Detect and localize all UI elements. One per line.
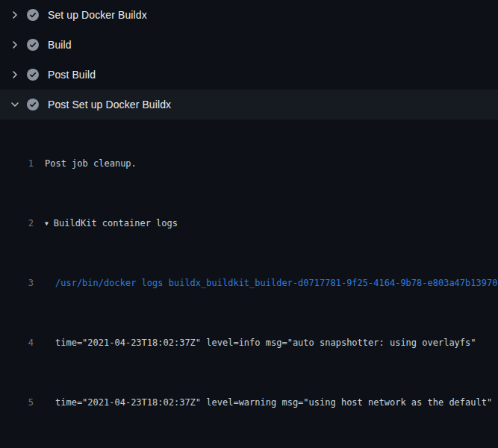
step-row[interactable]: Post Set up Docker Buildx	[0, 90, 498, 119]
line-number[interactable]: 2	[0, 216, 34, 231]
check-circle-icon	[27, 9, 39, 21]
log-text: /usr/bin/docker logs buildx_buildkit_bui…	[55, 278, 497, 288]
log-text: Post job cleanup.	[45, 158, 137, 169]
log-line: ▼BuildKit container logs	[42, 216, 178, 231]
log-text: time="2021-04-23T18:02:37Z" level=info m…	[55, 337, 476, 348]
log-line: Post job cleanup.	[42, 156, 137, 171]
log-row: 5 time="2021-04-23T18:02:37Z" level=warn…	[0, 395, 498, 410]
chevron-down-icon[interactable]	[9, 99, 21, 111]
log-row[interactable]: 2 ▼BuildKit container logs	[0, 216, 498, 231]
log-view: 1 Post job cleanup. 2 ▼BuildKit containe…	[0, 119, 498, 448]
log-row: 4 time="2021-04-23T18:02:37Z" level=info…	[0, 335, 498, 350]
chevron-right-icon[interactable]	[9, 69, 21, 81]
steps-list: Set up Docker Buildx Build P	[0, 0, 498, 119]
step-row[interactable]: Post Build	[0, 60, 498, 90]
log-line: time="2021-04-23T18:02:37Z" level=info m…	[42, 335, 476, 350]
step-label: Post Set up Docker Buildx	[48, 99, 171, 111]
line-number[interactable]: 5	[0, 395, 34, 410]
step-row[interactable]: Build	[0, 30, 498, 60]
line-number[interactable]: 1	[0, 156, 34, 171]
log-line: time="2021-04-23T18:02:37Z" level=warnin…	[42, 395, 492, 410]
log-text: time="2021-04-23T18:02:37Z" level=warnin…	[55, 397, 492, 408]
line-number[interactable]: 4	[0, 335, 34, 350]
step-label: Build	[48, 39, 72, 51]
check-circle-icon	[27, 69, 39, 81]
log-row: 3 /usr/bin/docker logs buildx_buildkit_b…	[0, 276, 498, 290]
check-circle-icon	[27, 39, 39, 51]
step-label: Post Build	[48, 69, 96, 81]
step-label: Set up Docker Buildx	[48, 9, 147, 21]
chevron-right-icon[interactable]	[9, 39, 21, 51]
log-row: 1 Post job cleanup.	[0, 156, 498, 171]
group-toggle-icon[interactable]: ▼	[45, 217, 49, 231]
step-row[interactable]: Set up Docker Buildx	[0, 0, 498, 30]
chevron-right-icon[interactable]	[9, 9, 21, 21]
log-line: /usr/bin/docker logs buildx_buildkit_bui…	[42, 276, 497, 290]
line-number[interactable]: 3	[0, 276, 34, 290]
check-circle-icon	[27, 99, 39, 111]
log-text: BuildKit container logs	[54, 218, 178, 228]
